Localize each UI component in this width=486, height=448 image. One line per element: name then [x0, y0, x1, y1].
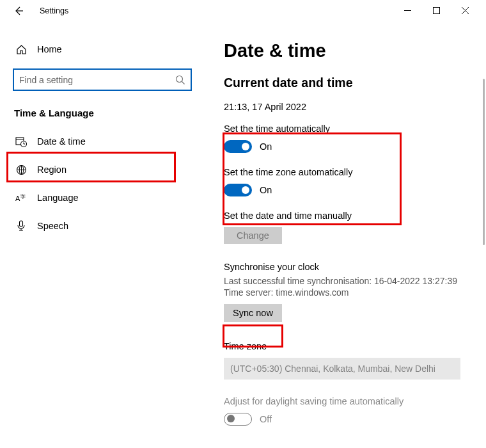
- current-datetime: 21:13, 17 April 2022: [224, 102, 486, 112]
- toggle-auto-time-state: On: [260, 141, 272, 152]
- svg-point-1: [176, 76, 183, 82]
- label-sync-title: Synchronise your clock: [224, 262, 486, 272]
- sidebar: Home Time & Language Date & time Region: [0, 21, 205, 448]
- toggle-dst: [224, 413, 252, 426]
- home-icon: [14, 44, 28, 55]
- language-icon: A字: [14, 193, 28, 204]
- toggle-auto-time[interactable]: [224, 140, 252, 153]
- search-icon: [175, 75, 185, 85]
- maximize-button[interactable]: [422, 0, 451, 21]
- svg-rect-8: [20, 221, 23, 227]
- minimize-icon: [404, 7, 411, 14]
- sync-now-button[interactable]: Sync now: [224, 304, 282, 322]
- svg-rect-0: [434, 8, 440, 14]
- sidebar-item-date-time[interactable]: Date & time: [0, 127, 205, 156]
- label-auto-timezone: Set the time zone automatically: [224, 167, 486, 177]
- toggle-dst-state: Off: [260, 414, 272, 424]
- sidebar-category: Time & Language: [0, 91, 205, 127]
- svg-text:A: A: [15, 195, 20, 202]
- change-button: Change: [224, 227, 282, 244]
- close-button[interactable]: [451, 0, 480, 21]
- sidebar-home[interactable]: Home: [0, 36, 205, 62]
- timezone-value: (UTC+05:30) Chennai, Kolkata, Mumbai, Ne…: [230, 364, 435, 374]
- minimize-button[interactable]: [393, 0, 422, 21]
- sidebar-item-region[interactable]: Region: [0, 156, 205, 184]
- search-input[interactable]: [19, 75, 175, 85]
- section-current: Current date and time: [224, 76, 486, 90]
- timezone-select: (UTC+05:30) Chennai, Kolkata, Mumbai, Ne…: [224, 358, 460, 380]
- svg-text:字: 字: [20, 194, 26, 200]
- arrow-left-icon: [13, 6, 24, 16]
- sidebar-item-label: Region: [37, 164, 67, 175]
- label-dst: Adjust for daylight saving time automati…: [224, 396, 486, 406]
- label-last-sync: Last successful time synchronisation: 16…: [224, 276, 486, 286]
- sidebar-item-label: Date & time: [37, 136, 86, 147]
- sidebar-item-language[interactable]: A字 Language: [0, 184, 205, 212]
- label-auto-time: Set the time automatically: [224, 124, 486, 134]
- sidebar-item-label: Language: [37, 193, 79, 203]
- maximize-icon: [433, 7, 440, 14]
- sidebar-home-label: Home: [37, 44, 62, 54]
- scrollbar[interactable]: [483, 79, 485, 245]
- toggle-auto-timezone-state: On: [260, 185, 272, 195]
- microphone-icon: [14, 220, 28, 232]
- close-icon: [462, 7, 469, 14]
- label-set-manually: Set the date and time manually: [224, 211, 486, 221]
- sidebar-item-speech[interactable]: Speech: [0, 212, 205, 240]
- globe-icon: [14, 164, 28, 175]
- main-content: Date & time Current date and time 21:13,…: [205, 21, 486, 448]
- back-button[interactable]: [9, 1, 28, 20]
- window-controls: [393, 0, 486, 21]
- titlebar: Settings: [0, 0, 486, 21]
- label-timezone-title: Time zone: [224, 341, 486, 351]
- label-time-server: Time server: time.windows.com: [224, 287, 486, 298]
- page-title: Date & time: [224, 40, 486, 61]
- search-box[interactable]: [13, 68, 192, 91]
- calendar-clock-icon: [14, 136, 28, 147]
- toggle-auto-timezone[interactable]: [224, 184, 252, 196]
- app-title: Settings: [40, 6, 68, 15]
- sidebar-item-label: Speech: [37, 221, 68, 231]
